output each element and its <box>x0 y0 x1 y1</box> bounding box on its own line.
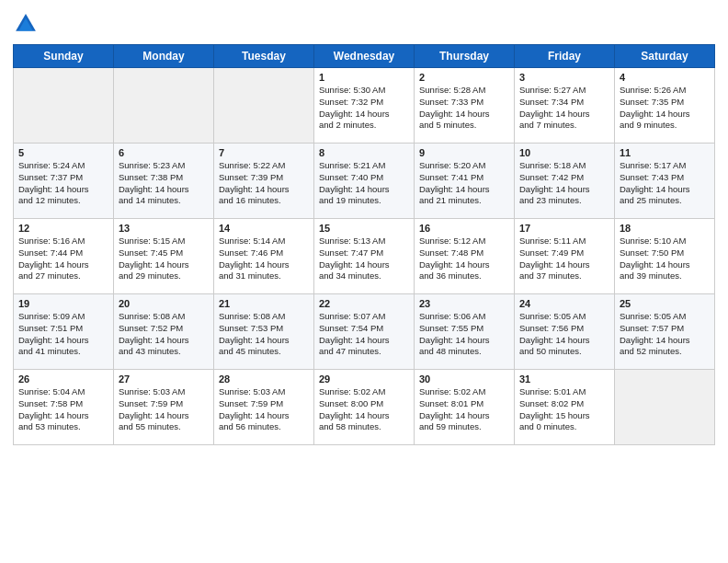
day-info: Sunrise: 5:17 AMSunset: 7:43 PMDaylight:… <box>620 160 710 207</box>
day-number: 8 <box>319 147 409 158</box>
weekday-header: Sunday <box>14 45 114 68</box>
calendar-cell: 3Sunrise: 5:27 AMSunset: 7:34 PMDaylight… <box>515 68 615 144</box>
calendar-cell: 28Sunrise: 5:03 AMSunset: 7:59 PMDayligh… <box>214 370 314 445</box>
day-number: 27 <box>119 373 209 385</box>
day-number: 30 <box>419 373 509 385</box>
calendar-cell: 14Sunrise: 5:14 AMSunset: 7:46 PMDayligh… <box>214 219 314 294</box>
calendar-week-row: 1Sunrise: 5:30 AMSunset: 7:32 PMDaylight… <box>14 68 715 144</box>
calendar-cell: 23Sunrise: 5:06 AMSunset: 7:55 PMDayligh… <box>415 294 515 370</box>
day-info: Sunrise: 5:30 AMSunset: 7:32 PMDaylight:… <box>319 85 409 132</box>
day-info: Sunrise: 5:26 AMSunset: 7:35 PMDaylight:… <box>620 85 710 132</box>
day-number: 19 <box>18 298 108 309</box>
day-info: Sunrise: 5:24 AMSunset: 7:37 PMDaylight:… <box>18 160 108 207</box>
day-info: Sunrise: 5:06 AMSunset: 7:55 PMDaylight:… <box>419 311 509 358</box>
calendar-cell: 6Sunrise: 5:23 AMSunset: 7:38 PMDaylight… <box>114 144 214 219</box>
calendar-cell: 20Sunrise: 5:08 AMSunset: 7:52 PMDayligh… <box>114 294 214 370</box>
day-info: Sunrise: 5:27 AMSunset: 7:34 PMDaylight:… <box>519 85 609 132</box>
day-number: 10 <box>519 147 609 158</box>
day-info: Sunrise: 5:14 AMSunset: 7:46 PMDaylight:… <box>219 236 309 282</box>
logo-icon <box>13 11 39 37</box>
calendar-cell: 18Sunrise: 5:10 AMSunset: 7:50 PMDayligh… <box>615 219 715 294</box>
day-number: 15 <box>319 223 409 234</box>
calendar-cell: 11Sunrise: 5:17 AMSunset: 7:43 PMDayligh… <box>615 144 715 219</box>
day-number: 11 <box>620 147 710 158</box>
calendar-week-row: 26Sunrise: 5:04 AMSunset: 7:58 PMDayligh… <box>14 370 715 445</box>
day-number: 17 <box>519 223 609 234</box>
day-number: 31 <box>519 373 609 385</box>
calendar-cell: 1Sunrise: 5:30 AMSunset: 7:32 PMDaylight… <box>314 68 415 144</box>
day-number: 24 <box>519 298 609 309</box>
day-info: Sunrise: 5:22 AMSunset: 7:39 PMDaylight:… <box>219 160 309 207</box>
day-number: 13 <box>119 223 209 234</box>
weekday-header-row: SundayMondayTuesdayWednesdayThursdayFrid… <box>14 45 715 68</box>
day-info: Sunrise: 5:12 AMSunset: 7:48 PMDaylight:… <box>419 236 509 282</box>
day-number: 18 <box>620 223 710 234</box>
calendar-cell: 27Sunrise: 5:03 AMSunset: 7:59 PMDayligh… <box>114 370 214 445</box>
page: SundayMondayTuesdayWednesdayThursdayFrid… <box>0 0 728 563</box>
calendar-cell <box>14 68 114 144</box>
day-info: Sunrise: 5:18 AMSunset: 7:42 PMDaylight:… <box>519 160 609 207</box>
day-number: 22 <box>319 298 409 309</box>
calendar-cell: 30Sunrise: 5:02 AMSunset: 8:01 PMDayligh… <box>415 370 515 445</box>
calendar-cell: 10Sunrise: 5:18 AMSunset: 7:42 PMDayligh… <box>515 144 615 219</box>
calendar-cell: 22Sunrise: 5:07 AMSunset: 7:54 PMDayligh… <box>314 294 415 370</box>
day-number: 20 <box>119 298 209 309</box>
calendar-cell: 7Sunrise: 5:22 AMSunset: 7:39 PMDaylight… <box>214 144 314 219</box>
day-number: 3 <box>519 72 609 83</box>
day-number: 26 <box>18 373 108 385</box>
day-info: Sunrise: 5:09 AMSunset: 7:51 PMDaylight:… <box>18 311 108 358</box>
day-info: Sunrise: 5:13 AMSunset: 7:47 PMDaylight:… <box>319 236 409 282</box>
calendar-cell: 4Sunrise: 5:26 AMSunset: 7:35 PMDaylight… <box>615 68 715 144</box>
calendar-cell: 8Sunrise: 5:21 AMSunset: 7:40 PMDaylight… <box>314 144 415 219</box>
day-number: 12 <box>18 223 108 234</box>
day-info: Sunrise: 5:23 AMSunset: 7:38 PMDaylight:… <box>119 160 209 207</box>
calendar-cell <box>114 68 214 144</box>
calendar-cell: 19Sunrise: 5:09 AMSunset: 7:51 PMDayligh… <box>14 294 114 370</box>
calendar-cell: 9Sunrise: 5:20 AMSunset: 7:41 PMDaylight… <box>415 144 515 219</box>
day-number: 28 <box>219 373 309 385</box>
day-info: Sunrise: 5:03 AMSunset: 7:59 PMDaylight:… <box>219 386 309 433</box>
day-number: 16 <box>419 223 509 234</box>
day-number: 6 <box>119 147 209 158</box>
day-info: Sunrise: 5:02 AMSunset: 8:00 PMDaylight:… <box>319 386 409 433</box>
calendar-week-row: 19Sunrise: 5:09 AMSunset: 7:51 PMDayligh… <box>14 294 715 370</box>
calendar-cell: 29Sunrise: 5:02 AMSunset: 8:00 PMDayligh… <box>314 370 415 445</box>
day-info: Sunrise: 5:01 AMSunset: 8:02 PMDaylight:… <box>519 386 609 433</box>
calendar-week-row: 12Sunrise: 5:16 AMSunset: 7:44 PMDayligh… <box>14 219 715 294</box>
weekday-header: Tuesday <box>214 45 314 68</box>
calendar-cell: 17Sunrise: 5:11 AMSunset: 7:49 PMDayligh… <box>515 219 615 294</box>
day-number: 2 <box>419 72 509 83</box>
calendar-table: SundayMondayTuesdayWednesdayThursdayFrid… <box>13 44 715 445</box>
weekday-header: Wednesday <box>314 45 415 68</box>
day-number: 21 <box>219 298 309 309</box>
day-info: Sunrise: 5:08 AMSunset: 7:52 PMDaylight:… <box>119 311 209 358</box>
day-info: Sunrise: 5:15 AMSunset: 7:45 PMDaylight:… <box>119 236 209 282</box>
day-number: 25 <box>620 298 710 309</box>
header <box>13 11 715 37</box>
day-info: Sunrise: 5:08 AMSunset: 7:53 PMDaylight:… <box>219 311 309 358</box>
calendar-cell: 13Sunrise: 5:15 AMSunset: 7:45 PMDayligh… <box>114 219 214 294</box>
day-info: Sunrise: 5:11 AMSunset: 7:49 PMDaylight:… <box>519 236 609 282</box>
day-info: Sunrise: 5:10 AMSunset: 7:50 PMDaylight:… <box>620 236 710 282</box>
calendar-week-row: 5Sunrise: 5:24 AMSunset: 7:37 PMDaylight… <box>14 144 715 219</box>
day-number: 5 <box>18 147 108 158</box>
calendar-cell <box>214 68 314 144</box>
weekday-header: Monday <box>114 45 214 68</box>
calendar-cell: 25Sunrise: 5:05 AMSunset: 7:57 PMDayligh… <box>615 294 715 370</box>
weekday-header: Friday <box>515 45 615 68</box>
day-info: Sunrise: 5:28 AMSunset: 7:33 PMDaylight:… <box>419 85 509 132</box>
calendar-cell: 24Sunrise: 5:05 AMSunset: 7:56 PMDayligh… <box>515 294 615 370</box>
day-info: Sunrise: 5:04 AMSunset: 7:58 PMDaylight:… <box>18 386 108 433</box>
logo <box>13 11 42 37</box>
weekday-header: Thursday <box>415 45 515 68</box>
calendar-cell: 26Sunrise: 5:04 AMSunset: 7:58 PMDayligh… <box>14 370 114 445</box>
calendar-cell: 21Sunrise: 5:08 AMSunset: 7:53 PMDayligh… <box>214 294 314 370</box>
day-number: 14 <box>219 223 309 234</box>
calendar-cell: 2Sunrise: 5:28 AMSunset: 7:33 PMDaylight… <box>415 68 515 144</box>
weekday-header: Saturday <box>615 45 715 68</box>
day-number: 1 <box>319 72 409 83</box>
day-number: 9 <box>419 147 509 158</box>
day-info: Sunrise: 5:05 AMSunset: 7:57 PMDaylight:… <box>620 311 710 358</box>
calendar-cell: 5Sunrise: 5:24 AMSunset: 7:37 PMDaylight… <box>14 144 114 219</box>
day-number: 23 <box>419 298 509 309</box>
